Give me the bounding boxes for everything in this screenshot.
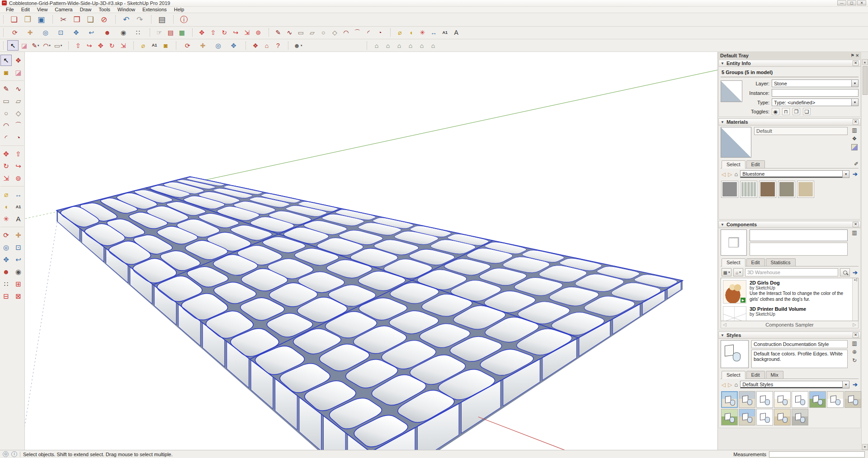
style-6-thumbnail[interactable] — [809, 391, 826, 408]
push-pull-button[interactable]: ⇧ — [72, 40, 84, 51]
style-10-thumbnail[interactable] — [739, 409, 755, 425]
collapse-icon[interactable]: ▼ — [721, 223, 724, 227]
collapse-icon[interactable]: ▼ — [721, 61, 724, 65]
eraser-button[interactable]: ◪ — [19, 40, 30, 51]
tab-mix[interactable]: Mix — [766, 371, 783, 379]
details-arrow-icon[interactable]: ➔ — [853, 171, 858, 178]
style-12-thumbnail[interactable] — [774, 409, 791, 425]
front-view-button[interactable]: ⌂ — [393, 40, 405, 51]
open-button[interactable]: ❐ — [21, 14, 34, 25]
search-input[interactable] — [745, 268, 838, 276]
chevron-down-icon[interactable]: ▼ — [842, 381, 849, 388]
top-view-button[interactable]: ⌂ — [382, 40, 393, 51]
rotate-button[interactable]: ↻ — [219, 28, 230, 38]
follow-me-button[interactable]: ↪ — [230, 28, 241, 38]
style-collection-dropdown[interactable]: Default Styles ▼ — [740, 381, 849, 388]
cast-shadows-toggle-icon[interactable]: ❐ — [793, 108, 800, 115]
update-style-icon[interactable]: ↻ — [852, 357, 857, 364]
erase-button[interactable]: ⊘ — [97, 14, 111, 25]
rectangle-button[interactable]: ▭ — [0, 95, 12, 107]
type-dropdown[interactable]: Type: <undefined> ▼ — [772, 98, 859, 106]
tab-select[interactable]: Select — [722, 258, 745, 266]
pan-button[interactable]: ✚ — [13, 229, 24, 241]
scale-button[interactable]: ⇲ — [118, 40, 129, 51]
tab-statistics[interactable]: Statistics — [766, 258, 796, 266]
forward-icon[interactable]: ▷ — [728, 382, 732, 388]
paste-button[interactable]: ❑ — [84, 14, 97, 25]
line-button[interactable]: ✎▾ — [30, 40, 41, 51]
home-icon[interactable]: ⌂ — [734, 381, 738, 388]
rotated-rectangle-button[interactable]: ▱ — [13, 95, 24, 107]
lock-toggle-icon[interactable]: ⊓ — [782, 108, 790, 115]
dropdown-caret-icon[interactable]: ▾ — [301, 44, 302, 47]
menu-camera[interactable]: Camera — [51, 7, 76, 12]
cut-button[interactable]: ✂ — [57, 14, 70, 25]
components-header[interactable]: ▼ Components ✕ — [718, 221, 861, 228]
details-arrow-icon[interactable]: ➔ — [853, 269, 858, 276]
components-scrollbar[interactable]: ▲ — [852, 278, 858, 321]
secondary-pane-icon[interactable]: ▥ — [852, 229, 857, 236]
home-button[interactable]: ⌂▾ — [733, 268, 743, 276]
bluestone-4-swatch[interactable] — [778, 181, 795, 197]
style-2-thumbnail[interactable] — [739, 391, 755, 408]
eyedropper-icon[interactable]: ✐ — [854, 161, 859, 167]
print-button[interactable]: ▤ — [155, 14, 169, 25]
previous-button[interactable]: ↩ — [84, 28, 99, 38]
dropdown-caret-icon[interactable]: ▾ — [49, 44, 51, 47]
scale-button[interactable]: ⇲ — [241, 28, 253, 38]
style-9-thumbnail[interactable] — [721, 409, 738, 425]
chevron-down-icon[interactable]: ▼ — [842, 171, 849, 178]
chevron-down-icon[interactable]: ▼ — [851, 80, 858, 87]
forward-icon[interactable]: ▷ — [728, 171, 732, 178]
move-button[interactable]: ✥ — [0, 148, 12, 159]
circle-button[interactable]: ○ — [0, 107, 12, 119]
dropdown-caret-icon[interactable]: ▾ — [38, 44, 39, 47]
iso-view-button[interactable]: ⌂ — [371, 40, 382, 51]
style-13-thumbnail[interactable] — [792, 409, 808, 425]
polygon-button[interactable]: ◇ — [329, 28, 340, 38]
position-camera-button[interactable]: ☻ — [0, 266, 12, 277]
rectangle-button[interactable]: ▭▾ — [52, 40, 64, 51]
list-item[interactable]: ▶2D Girls Dogby SketchUpUse the Interact… — [723, 280, 852, 304]
offset-button[interactable]: ⊚ — [253, 28, 264, 38]
move-button[interactable]: ✥ — [95, 40, 106, 51]
zoom-extents-button[interactable]: ✥ — [226, 40, 241, 51]
circle-button[interactable]: ○ — [318, 28, 329, 38]
sign-in-button[interactable]: ☻▾ — [292, 40, 303, 51]
look-around-button[interactable]: ◉ — [116, 28, 131, 38]
view-options-button[interactable]: ▦▾ — [722, 268, 731, 276]
geolocation-icon[interactable]: ⊙ — [3, 451, 9, 457]
select-button[interactable]: ↖ — [7, 40, 19, 51]
menu-edit[interactable]: Edit — [18, 7, 33, 12]
text-button[interactable]: A1 — [439, 28, 451, 38]
layer-dropdown[interactable]: Stone ▼ — [772, 79, 859, 87]
orbit-button[interactable]: ⟳ — [180, 40, 195, 51]
details-arrow-icon[interactable]: ➔ — [853, 381, 858, 388]
line-button[interactable]: ✎ — [273, 28, 284, 38]
collapse-icon[interactable]: ▼ — [721, 120, 724, 124]
walk-button[interactable]: ∷ — [131, 28, 145, 38]
two-point-arc-button[interactable]: ⌒ — [13, 120, 24, 131]
entity-info-header[interactable]: ▼ Entity Info ✕ — [718, 60, 861, 67]
sample-paint-icon[interactable]: ❖ — [852, 136, 857, 142]
offset-button[interactable]: ⊚ — [13, 173, 24, 184]
zoom-window-button[interactable]: ⊡ — [53, 28, 69, 38]
menu-extensions[interactable]: Extensions — [139, 7, 170, 12]
3d-viewport[interactable] — [25, 52, 717, 450]
follow-me-button[interactable]: ↪ — [13, 160, 24, 172]
make-component-button[interactable]: ❖ — [250, 40, 261, 51]
three-point-arc-button[interactable]: ◜ — [0, 132, 12, 143]
select-button[interactable]: ↖ — [0, 55, 12, 66]
zoom-button[interactable]: ◎ — [0, 242, 12, 253]
zoom-extents-button[interactable]: ✥ — [68, 28, 84, 38]
extension-warehouse-button[interactable]: ? — [272, 40, 283, 51]
style-7-thumbnail[interactable] — [827, 391, 844, 408]
arc-button[interactable]: ◠ — [0, 120, 12, 131]
chevron-down-icon[interactable]: ▼ — [851, 99, 858, 106]
dimension-button[interactable]: ↔ — [428, 28, 439, 38]
pie-button[interactable]: ◔ — [374, 28, 386, 38]
tray-scrollbar[interactable]: ▲ ▼ — [861, 59, 868, 450]
position-camera-button[interactable]: ☻ — [99, 28, 116, 38]
rotate-button[interactable]: ↻ — [0, 160, 12, 172]
secondary-pane-icon[interactable]: ▥ — [852, 340, 857, 346]
